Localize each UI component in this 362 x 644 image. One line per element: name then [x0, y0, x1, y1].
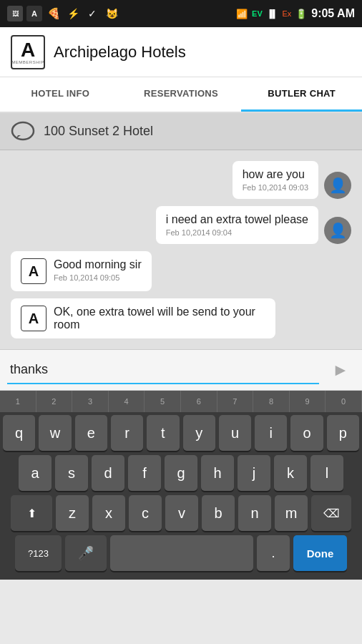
- status-bar: 🖼 A 🍕 ⚡ ✓ 😺 📶 EV ▐▌ Ex 🔋 9:05 AM: [0, 0, 362, 27]
- hotel-name: Archipelago Hotels: [54, 43, 186, 62]
- hotel-logo-small: A: [21, 258, 47, 284]
- key-r[interactable]: r: [111, 415, 143, 451]
- key-d[interactable]: d: [92, 455, 124, 491]
- tab-hotel-info[interactable]: HOTEL INFO: [0, 77, 121, 112]
- message-row: A OK, one extra towel will be send to yo…: [11, 298, 351, 338]
- key-9[interactable]: 9: [290, 391, 326, 412]
- key-7[interactable]: 7: [217, 391, 254, 412]
- chat-header: 100 Sunset 2 Hotel: [0, 113, 362, 150]
- hotel-logo-small: A: [21, 306, 47, 331]
- ex-icon: Ex: [282, 9, 291, 18]
- app-header: A MEMBERSHIP Archipelago Hotels: [0, 27, 362, 77]
- message-bubble-user: how are you Feb 10,2014 09:03: [233, 161, 318, 199]
- person-icon: 👤: [329, 222, 347, 239]
- key-p[interactable]: p: [327, 415, 359, 451]
- hotel-logo-letter: A: [29, 311, 39, 327]
- key-z[interactable]: z: [56, 495, 89, 531]
- key-j[interactable]: j: [238, 455, 270, 491]
- key-o[interactable]: o: [290, 415, 323, 451]
- keyboard: 1 2 3 4 5 6 7 8 9 0 q w e r t y u i o p …: [0, 391, 362, 580]
- symbols-key[interactable]: ?123: [15, 535, 62, 571]
- message-text: OK, one extra towel will be send to your…: [54, 306, 265, 331]
- key-b[interactable]: b: [202, 495, 235, 531]
- key-i[interactable]: i: [255, 415, 287, 451]
- svg-marker-1: [16, 135, 21, 138]
- key-m[interactable]: m: [275, 495, 308, 531]
- message-text: Good morning sir: [54, 258, 142, 271]
- send-arrow-icon: ►: [332, 360, 349, 380]
- key-h[interactable]: h: [201, 455, 234, 491]
- pizza-icon: 🍕: [46, 6, 62, 21]
- logo-letter: A: [21, 40, 35, 60]
- chat-room-name: 100 Sunset 2 Hotel: [44, 124, 153, 139]
- key-a[interactable]: a: [19, 455, 52, 491]
- hotel-logo-letter: A: [29, 263, 39, 280]
- message-text: how are you: [243, 168, 308, 181]
- key-6[interactable]: 6: [181, 391, 217, 412]
- status-left-icons: 🖼 A 🍕 ⚡ ✓ 😺: [7, 6, 119, 21]
- send-button[interactable]: ►: [326, 356, 355, 384]
- key-y[interactable]: y: [183, 415, 215, 451]
- wifi-icon: 📶: [236, 9, 248, 19]
- logo-sub: MEMBERSHIP: [11, 60, 44, 64]
- key-1[interactable]: 1: [0, 391, 36, 412]
- check-icon: ✓: [84, 6, 100, 21]
- message-row: how are you Feb 10,2014 09:03 👤: [11, 161, 351, 199]
- keyboard-number-row: 1 2 3 4 5 6 7 8 9 0: [0, 391, 362, 412]
- tab-reservations[interactable]: RESERVATIONS: [121, 77, 242, 112]
- user-avatar: 👤: [324, 172, 351, 199]
- key-e[interactable]: e: [75, 415, 107, 451]
- signal-bars: ▐▌: [267, 9, 278, 18]
- message-text: i need an extra towel please: [166, 213, 308, 226]
- text-icon: A: [26, 6, 42, 21]
- chat-bubble-icon: [11, 119, 35, 144]
- message-bubble-hotel: A Good morning sir Feb 10,2014 09:05: [11, 251, 152, 291]
- key-v[interactable]: v: [165, 495, 198, 531]
- battery-icon: 🔋: [295, 9, 307, 19]
- done-key[interactable]: Done: [293, 535, 347, 571]
- keyboard-row-1: q w e r t y u i o p: [3, 415, 359, 451]
- key-l[interactable]: l: [310, 455, 343, 491]
- input-area: ►: [0, 349, 362, 391]
- keyboard-main: q w e r t y u i o p a s d f g h j k l ⬆ …: [0, 412, 362, 580]
- key-5[interactable]: 5: [145, 391, 181, 412]
- message-time: Feb 10,2014 09:03: [243, 183, 308, 192]
- key-x[interactable]: x: [92, 495, 125, 531]
- key-u[interactable]: u: [219, 415, 251, 451]
- keyboard-bottom-row: ?123 🎤 . Done: [3, 535, 359, 577]
- person-icon: 👤: [329, 177, 347, 194]
- key-q[interactable]: q: [3, 415, 35, 451]
- key-3[interactable]: 3: [72, 391, 109, 412]
- message-bubble-hotel: A OK, one extra towel will be send to yo…: [11, 298, 275, 338]
- shift-key[interactable]: ⬆: [11, 495, 52, 531]
- key-f[interactable]: f: [128, 455, 161, 491]
- tab-bar: HOTEL INFO RESERVATIONS BUTLER CHAT: [0, 77, 362, 113]
- keyboard-row-3: ⬆ z x c v b n m ⌫: [3, 495, 359, 531]
- hotel-message-content: Good morning sir Feb 10,2014 09:05: [54, 258, 142, 282]
- signal-text: EV: [252, 9, 263, 18]
- message-input[interactable]: [7, 356, 319, 384]
- key-n[interactable]: n: [238, 495, 271, 531]
- message-time: Feb 10,2014 09:04: [166, 228, 308, 237]
- key-w[interactable]: w: [39, 415, 71, 451]
- backspace-key[interactable]: ⌫: [311, 495, 351, 531]
- hotel-logo: A MEMBERSHIP: [11, 35, 45, 69]
- key-4[interactable]: 4: [109, 391, 145, 412]
- message-bubble-user: i need an extra towel please Feb 10,2014…: [156, 206, 318, 244]
- key-s[interactable]: s: [55, 455, 88, 491]
- key-0[interactable]: 0: [326, 391, 362, 412]
- key-2[interactable]: 2: [36, 391, 73, 412]
- mic-key[interactable]: 🎤: [65, 535, 107, 571]
- key-8[interactable]: 8: [253, 391, 290, 412]
- tab-butler-chat[interactable]: BUTLER CHAT: [241, 77, 362, 112]
- period-key[interactable]: .: [257, 535, 290, 571]
- hotel-message-content: OK, one extra towel will be send to your…: [54, 306, 265, 331]
- key-c[interactable]: c: [129, 495, 162, 531]
- key-g[interactable]: g: [165, 455, 197, 491]
- space-key[interactable]: [110, 535, 253, 571]
- key-k[interactable]: k: [274, 455, 307, 491]
- image-icon: 🖼: [7, 6, 23, 21]
- svg-point-0: [12, 122, 34, 140]
- message-row: A Good morning sir Feb 10,2014 09:05: [11, 251, 351, 291]
- key-t[interactable]: t: [147, 415, 179, 451]
